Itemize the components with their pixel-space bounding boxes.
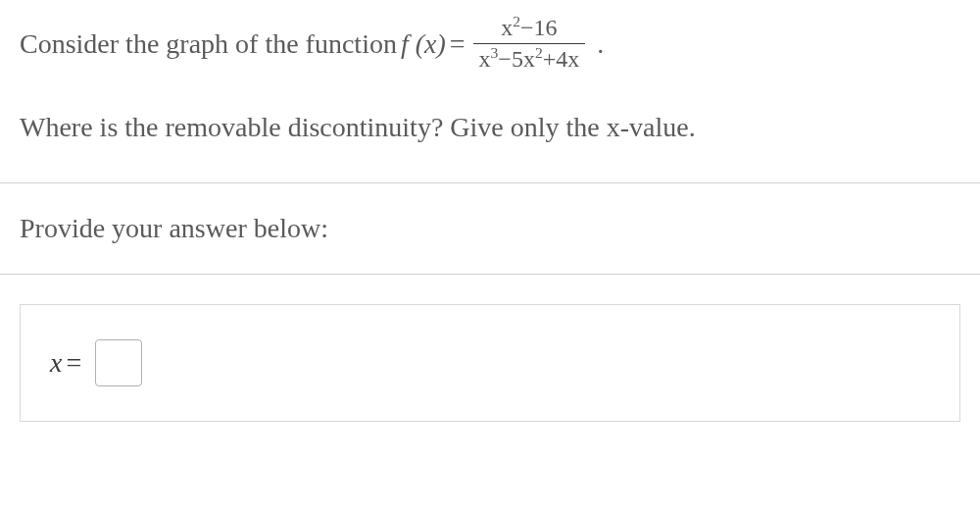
answer-input[interactable] — [95, 339, 142, 386]
question-line-1: Consider the graph of the function f (x)… — [20, 15, 960, 73]
answer-equals: = — [66, 347, 81, 379]
divider-2 — [0, 274, 980, 275]
numerator: x2−16 — [495, 15, 563, 43]
fraction: x2−16 x3−5x2+4x — [473, 15, 586, 73]
question-prompt: Where is the removable discontinuity? Gi… — [20, 112, 960, 143]
answer-area: x = — [20, 304, 960, 422]
equals-sign: = — [450, 28, 466, 60]
period: . — [597, 28, 604, 60]
function-notation: f (x) — [401, 28, 446, 60]
denominator: x3−5x2+4x — [473, 43, 586, 73]
divider-1 — [0, 182, 980, 183]
answer-row: x = — [50, 339, 930, 386]
answer-label: Provide your answer below: — [20, 213, 960, 244]
question-intro: Consider the graph of the function — [20, 28, 397, 60]
answer-variable: x — [50, 347, 62, 379]
